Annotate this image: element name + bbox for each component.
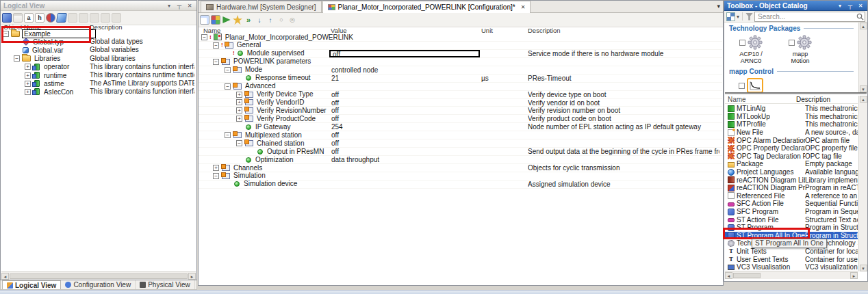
- object-item-st-program[interactable]: ST ProgramProgram in Structured Text: [725, 224, 858, 232]
- object-item-vc3-visualisation[interactable]: VC3 VisualisationVC3 visualization (for …: [725, 263, 858, 270]
- plus-expander-icon[interactable]: +: [236, 92, 242, 98]
- tree-item-asieccon[interactable]: +AsIecConThis library contains function …: [1, 88, 196, 96]
- object-item-opc-tag-declaration-file[interactable]: OPC Tag Declaration FileOPC tag file: [725, 152, 858, 161]
- toolbox-item-mapp-motion[interactable]: mappMotion: [781, 34, 819, 64]
- scroll-thumb[interactable]: [10, 273, 188, 279]
- sort-descending-icon[interactable]: ↓: [255, 15, 264, 25]
- param-row-channels[interactable]: +ChannelsObjects for cyclic transmission: [199, 164, 722, 172]
- logical-view-titlebar[interactable]: Logical View ▾┬✕: [1, 1, 196, 11]
- object-item-mtlookup[interactable]: MTLookUpThis mechatronics library cor: [725, 113, 858, 121]
- param-value[interactable]: [329, 83, 480, 90]
- toolbox-item-control[interactable]: Control: [732, 77, 770, 92]
- object-item-opc-property-declaration[interactable]: OPC Property Declaration ...OPC property…: [725, 144, 858, 152]
- object-item-reaction-diagram-library[interactable]: reACTION Diagram LibraryLibrary implemen…: [725, 176, 858, 184]
- scroll-left-icon[interactable]: ◄: [725, 272, 732, 279]
- scroll-right-icon[interactable]: ►: [188, 273, 196, 280]
- close-icon[interactable]: ✕: [521, 4, 526, 10]
- scroll-left-icon[interactable]: ◄: [1, 273, 9, 280]
- checkbox[interactable]: [789, 40, 795, 46]
- plus-expander-icon[interactable]: +: [236, 99, 242, 105]
- param-value[interactable]: 21: [329, 75, 480, 82]
- view-mode-icon[interactable]: [726, 12, 735, 21]
- edit-object-icon[interactable]: [56, 13, 67, 23]
- minus-expander-icon[interactable]: −: [236, 140, 242, 146]
- scroll-up-icon[interactable]: ▲: [860, 23, 867, 29]
- tree-item-global-typ[interactable]: Global.typGlobal data types: [1, 38, 196, 46]
- pin-icon[interactable]: ┬: [846, 2, 854, 10]
- param-value[interactable]: data throughput: [329, 156, 480, 163]
- pin-icon[interactable]: ┬: [175, 2, 183, 10]
- view-mode-dropdown-icon[interactable]: ▾: [737, 14, 739, 20]
- chevron-down-icon[interactable]: ▾: [165, 2, 173, 10]
- param-row-simulation[interactable]: −Simulation: [199, 172, 722, 181]
- param-value[interactable]: [329, 34, 480, 41]
- navigate-icon[interactable]: [233, 15, 242, 25]
- param-row-response-timeout[interactable]: Response timeout21µsPRes-Timeout: [199, 75, 722, 83]
- export-icon[interactable]: [200, 15, 209, 25]
- list-horizontal-scrollbar[interactable]: ◄ ►: [725, 271, 858, 279]
- minus-expander-icon[interactable]: −: [3, 31, 9, 37]
- checkbox[interactable]: [739, 83, 745, 89]
- param-row-planar-motor-incorporated-powerlink[interactable]: −!Planar_Motor_Incorporated_POWERLINK: [199, 34, 722, 42]
- scroll-up-icon[interactable]: ▲: [860, 96, 867, 103]
- editor-tab-hardware-hwl-system-designer[interactable]: Hardware.hwl [System Designer]: [201, 1, 322, 12]
- param-row-optimization[interactable]: Optimizationdata throughput: [199, 156, 722, 164]
- view-tab-logical-view[interactable]: Logical View: [2, 280, 61, 289]
- object-item-package[interactable]: PackageEmpty package: [725, 160, 858, 168]
- tree-item-operator[interactable]: +operatorThis library contains function …: [1, 63, 196, 71]
- tree-item-astime[interactable]: +astimeThe AsTime Library supports DATE_…: [1, 79, 196, 88]
- sections-vertical-scrollbar[interactable]: ▲ ▼: [858, 23, 867, 92]
- modules-icon[interactable]: [211, 15, 220, 25]
- minus-expander-icon[interactable]: −: [225, 67, 231, 73]
- data-type-file-icon[interactable]: a: [24, 13, 34, 23]
- param-row-general[interactable]: −!General: [199, 42, 722, 50]
- param-row-simulation-device[interactable]: Simulation deviceAssigned simulation dev…: [199, 181, 722, 189]
- param-value[interactable]: 254: [329, 123, 480, 131]
- tree-item-libraries[interactable]: −LibrariesGlobal libraries: [1, 55, 196, 63]
- param-row-verify-device-type[interactable]: +Verify Device TypeoffVerify device type…: [199, 91, 722, 99]
- object-item-st-action-file[interactable]: ST Action FileStructured Text action fil…: [725, 215, 858, 224]
- object-item-sfc-program[interactable]: SFC ProgramProgram in Sequential Funct: [725, 208, 858, 216]
- param-value[interactable]: off: [329, 99, 480, 107]
- object-item-new-file[interactable]: New FileA new source-, data object-.: [725, 129, 858, 137]
- param-value[interactable]: [329, 42, 480, 49]
- param-value[interactable]: [329, 58, 480, 66]
- sort-ascending-icon[interactable]: ↑: [266, 15, 275, 25]
- insert-icon[interactable]: [222, 15, 231, 25]
- plus-expander-icon[interactable]: +: [213, 165, 219, 171]
- plus-expander-icon[interactable]: +: [25, 89, 31, 95]
- checkbox[interactable]: [739, 40, 745, 46]
- chevron-down-icon[interactable]: ▾: [836, 2, 844, 10]
- param-value[interactable]: [329, 181, 480, 188]
- left-horizontal-scrollbar[interactable]: ◄ ►: [1, 271, 196, 280]
- plus-expander-icon[interactable]: +: [25, 81, 31, 87]
- editor-tab-planar-motor-incorporated-powerlink-conf[interactable]: Planar_Motor_Incorporated_POWERLINK [Con…: [322, 1, 531, 13]
- param-value[interactable]: [329, 164, 480, 172]
- filter-icon[interactable]: [745, 13, 753, 21]
- tree-item-runtime[interactable]: +runtimeThis library contains runtime fu…: [1, 71, 196, 79]
- minus-expander-icon[interactable]: −: [201, 34, 207, 40]
- param-value[interactable]: off: [329, 107, 480, 114]
- toolbox-titlebar[interactable]: Toolbox - Object Catalog ▾┬✕: [724, 1, 867, 11]
- param-value[interactable]: [329, 172, 480, 180]
- param-value[interactable]: off: [329, 115, 480, 122]
- minus-expander-icon[interactable]: −: [213, 42, 219, 49]
- section-header-technology-packages[interactable]: Technology Packages: [725, 23, 858, 33]
- param-row-chained-station[interactable]: −Chained stationoff: [199, 139, 722, 148]
- header-file-icon[interactable]: h: [35, 13, 44, 23]
- param-row-multiplexed-station[interactable]: −Multiplexed stationoff: [199, 131, 722, 139]
- plus-expander-icon[interactable]: +: [236, 116, 242, 122]
- column-description[interactable]: Description: [796, 96, 858, 103]
- param-value[interactable]: off: [329, 148, 480, 155]
- plus-expander-icon[interactable]: +: [25, 64, 31, 70]
- param-row-verify-revisionnumber[interactable]: +Verify RevisionNumberoffVerify revision…: [199, 107, 722, 115]
- object-item-mtlinalg[interactable]: MTLinAlgThis mechatronics library cor: [725, 105, 858, 113]
- tree-item-global-var[interactable]: Global.varGlobal variables: [1, 46, 196, 54]
- param-row-advanced[interactable]: −Advanced: [199, 83, 722, 91]
- view-tab-physical-view[interactable]: Physical View: [136, 280, 195, 289]
- tab-list-icon[interactable]: ▾: [717, 3, 720, 10]
- param-row-ip-gateway[interactable]: IP Gateway254Node number of EPL station …: [199, 123, 722, 131]
- param-row-powerlink-parameters[interactable]: −POWERLINK parameters: [199, 58, 722, 66]
- scroll-down-icon[interactable]: ▼: [860, 85, 867, 92]
- scroll-right-icon[interactable]: ►: [850, 272, 858, 279]
